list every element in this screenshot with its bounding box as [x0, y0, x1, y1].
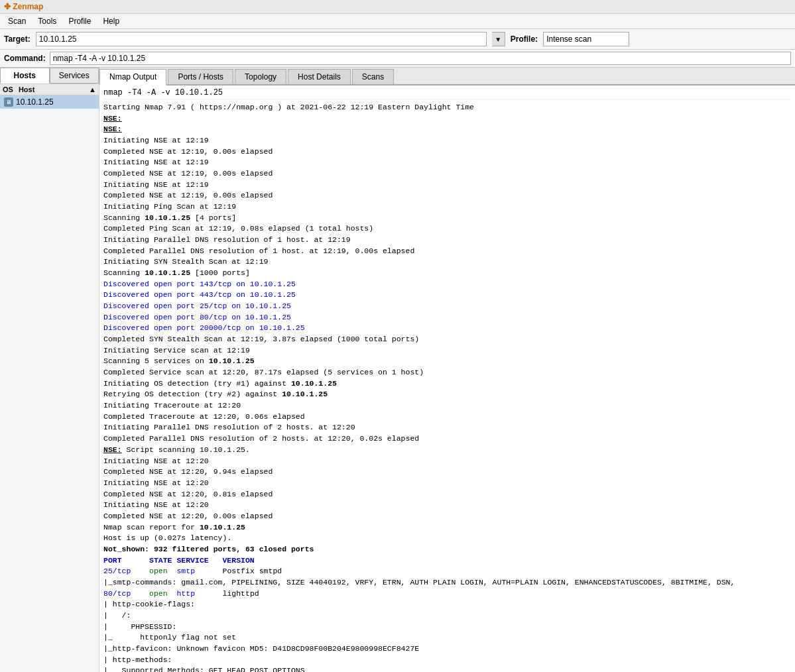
host-service-buttons: Hosts Services: [0, 68, 99, 84]
host-ip: 10.10.1.25: [16, 97, 54, 107]
command-input[interactable]: [50, 52, 791, 65]
os-column-label: OS: [3, 85, 13, 93]
host-item[interactable]: 🖥 10.10.1.25: [0, 95, 99, 109]
menu-scan[interactable]: Scan: [3, 15, 31, 27]
tab-host-details[interactable]: Host Details: [288, 69, 351, 84]
tab-ports-hosts[interactable]: Ports / Hosts: [168, 69, 233, 84]
tab-topology[interactable]: Topology: [235, 69, 286, 84]
host-column-label: Host: [19, 85, 34, 93]
command-label: Command:: [4, 54, 46, 63]
toolbar: Target: ▼ Profile:: [0, 29, 795, 50]
menubar: Scan Tools Profile Help: [0, 14, 795, 29]
menu-profile[interactable]: Profile: [63, 15, 96, 27]
right-panel: Nmap Output Ports / Hosts Topology Host …: [99, 68, 795, 672]
app-logo: ✤ Zenmap: [4, 2, 43, 11]
tabs: Nmap Output Ports / Hosts Topology Host …: [99, 68, 795, 85]
hosts-header: OS Host ▲: [0, 84, 99, 95]
menu-tools[interactable]: Tools: [32, 15, 62, 27]
target-dropdown-arrow[interactable]: ▼: [492, 32, 505, 46]
profile-input[interactable]: [543, 32, 629, 46]
main-layout: Hosts Services OS Host ▲ 🖥 10.10.1.25 Nm…: [0, 68, 795, 672]
command-display: nmap -T4 -A -v 10.10.1.25: [103, 88, 791, 99]
target-input[interactable]: [36, 32, 487, 46]
host-icon: 🖥: [4, 97, 13, 107]
menu-help[interactable]: Help: [97, 15, 125, 27]
output-area[interactable]: nmap -T4 -A -v 10.10.1.25 Starting Nmap …: [99, 85, 795, 672]
commandbar: Command:: [0, 50, 795, 68]
hosts-button[interactable]: Hosts: [0, 68, 50, 84]
left-panel: Hosts Services OS Host ▲ 🖥 10.10.1.25: [0, 68, 99, 672]
tab-nmap-output[interactable]: Nmap Output: [99, 69, 166, 85]
tab-scans[interactable]: Scans: [352, 69, 394, 84]
services-button[interactable]: Services: [50, 68, 99, 84]
target-label: Target:: [4, 34, 31, 44]
output-text: Starting Nmap 7.91 ( https://nmap.org ) …: [103, 102, 791, 672]
sort-arrow[interactable]: ▲: [89, 85, 96, 93]
titlebar: ✤ Zenmap: [0, 0, 795, 14]
profile-label: Profile:: [511, 34, 538, 44]
hosts-list: 🖥 10.10.1.25: [0, 95, 99, 672]
